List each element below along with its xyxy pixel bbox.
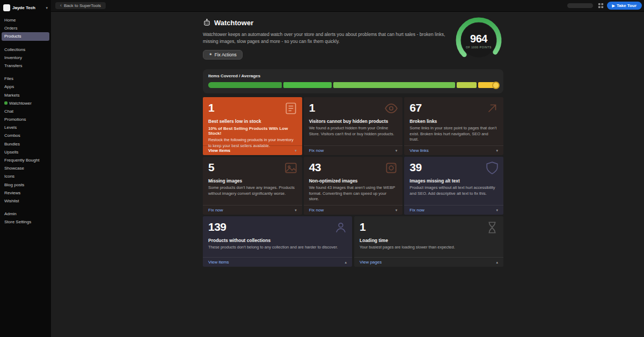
score-bar [208, 82, 498, 88]
issue-description: These products don't belong to any colle… [208, 245, 347, 251]
issue-card-footer: Fix now ▾ [304, 145, 403, 155]
issue-action-link[interactable]: Fix now [208, 208, 223, 213]
store-switcher[interactable]: Jayde Tech ▾ [0, 2, 51, 16]
issue-action-link[interactable]: View items [208, 148, 230, 153]
issue-card-footer: View pages ▴ [354, 257, 503, 267]
issue-action-link[interactable]: Fix now [309, 148, 324, 153]
issue-description: Your busiest pages are loading slower th… [360, 245, 498, 251]
sidebar-group-settings: Admin Store Settings [0, 210, 51, 226]
sidebar: Jayde Tech ▾ Home Orders Products Collec… [0, 0, 51, 337]
chevron-down-icon[interactable]: ▾ [295, 208, 297, 213]
sidebar-item-transfers[interactable]: Transfers [2, 62, 49, 70]
sidebar-item-showcase[interactable]: Showcase [2, 164, 49, 172]
sidebar-item-upsells[interactable]: Upsells [2, 148, 49, 156]
fix-actions-button[interactable]: ✶ Fix Actions [203, 50, 243, 60]
sidebar-item-chat[interactable]: Chat [2, 107, 49, 115]
issue-card-footer: View links ▾ [404, 145, 503, 155]
sidebar-group-catalog: Collections Inventory Transfers [0, 46, 51, 70]
issue-title: Best sellers low in stock [208, 119, 297, 124]
sidebar-item-admin[interactable]: Admin [2, 210, 49, 218]
chevron-down-icon[interactable]: ▾ [396, 149, 398, 153]
fix-actions-label: Fix Actions [215, 52, 237, 57]
score-bar-segment [208, 82, 282, 88]
issue-card-missing-alt-text[interactable]: 39 Images missing alt text Product image… [404, 157, 503, 215]
hourglass-icon [485, 221, 499, 235]
play-icon: ▶ [612, 4, 615, 8]
sidebar-group-main: Home Orders Products [0, 16, 51, 41]
issue-action-link[interactable]: Fix now [409, 208, 425, 213]
dashboard-header: Watchtower Watchtower keeps an automated… [203, 19, 503, 65]
issue-description: Some links in your store point to pages … [409, 126, 498, 143]
issue-count: 139 [208, 221, 347, 233]
sidebar-item-blog-posts[interactable]: Blog posts [2, 181, 49, 189]
score-bar-segment [457, 82, 477, 88]
sidebar-item-files[interactable]: Files [2, 75, 49, 83]
sidebar-item-frequently-bought[interactable]: Frequently Bought [2, 156, 49, 164]
issue-card-grid-bottom: 139 Products without collections These p… [203, 216, 503, 267]
topbar: ‹ Back to SuperTools ▶ Take Tour [51, 0, 644, 12]
issue-title: Non-optimized images [309, 178, 398, 184]
issue-card-footer: View items ▴ [203, 257, 352, 267]
sidebar-item-icons[interactable]: Icons [2, 172, 49, 180]
score-value: 964 [454, 33, 503, 45]
sidebar-item-collections[interactable]: Collections [2, 46, 49, 54]
issue-action-link[interactable]: Fix now [309, 208, 324, 213]
sidebar-group-tools: Files Apps Markets Watchtower Chat Promo… [0, 75, 51, 205]
sidebar-item-products[interactable]: Products [2, 32, 49, 40]
sidebar-item-orders[interactable]: Orders [2, 24, 49, 32]
issue-title: Loading time [360, 238, 498, 243]
sidebar-item-bundles[interactable]: Bundles [2, 140, 49, 148]
shield-icon [485, 161, 499, 175]
page-description: Watchtower keeps an automated watch over… [203, 31, 445, 45]
chevron-down-icon[interactable]: ▾ [396, 208, 398, 213]
apps-icon[interactable] [598, 3, 604, 9]
issue-description: We found a product hidden from your Onli… [309, 126, 398, 137]
issue-card-grid: 1 Best sellers low in stock 10% of Best … [203, 97, 503, 215]
issue-card-loading-time[interactable]: 1 Loading time Your busiest pages are lo… [354, 216, 503, 267]
issue-description: We found 43 images that aren't using the… [309, 185, 398, 202]
sidebar-item-promotions[interactable]: Promotions [2, 115, 49, 123]
sidebar-item-combos[interactable]: Combos [2, 131, 49, 140]
issue-action-link[interactable]: View items [208, 260, 229, 265]
issue-card-low-stock[interactable]: 1 Best sellers low in stock 10% of Best … [203, 97, 302, 155]
issue-card-unoptimized-images[interactable]: 43 Non-optimized images We found 43 imag… [304, 157, 403, 215]
robot-icon [203, 19, 211, 27]
sidebar-item-home[interactable]: Home [2, 16, 49, 24]
sidebar-item-inventory[interactable]: Inventory [2, 54, 49, 62]
score-caption: OF 1000 POINTS [454, 46, 503, 49]
chevron-down-icon[interactable]: ▾ [496, 208, 498, 213]
chevron-down-icon[interactable]: ▾ [496, 149, 498, 153]
issue-title: Visitors cannot buy hidden products [309, 119, 398, 124]
sidebar-item-store-settings[interactable]: Store Settings [2, 218, 49, 226]
score-bar-knob [492, 82, 500, 89]
issue-card-missing-images[interactable]: 5 Missing images Some products don't hav… [203, 157, 302, 215]
person-icon [334, 221, 348, 235]
sidebar-item-levels[interactable]: Levels [2, 123, 49, 131]
issue-action-link[interactable]: View links [409, 148, 428, 153]
back-arrow-icon: ‹ [60, 3, 62, 8]
chevron-up-icon[interactable]: ▴ [496, 260, 498, 265]
chevron-up-icon[interactable]: ▴ [345, 260, 347, 265]
issue-title: Images missing alt text [409, 178, 498, 184]
sidebar-item-watchtower[interactable]: Watchtower [2, 99, 49, 107]
link-arrow-icon [485, 101, 499, 115]
title-row: Watchtower [203, 19, 445, 27]
list-icon [284, 101, 298, 115]
issue-card-hidden-products[interactable]: 1 Visitors cannot buy hidden products We… [304, 97, 403, 155]
chevron-down-icon[interactable]: ▾ [295, 149, 297, 153]
issue-card-footer: Fix now ▾ [304, 205, 403, 215]
sidebar-item-wishlist[interactable]: Wishlist [2, 197, 49, 205]
image-icon [284, 161, 298, 175]
take-tour-button[interactable]: ▶ Take Tour [607, 2, 642, 10]
issue-card-broken-links[interactable]: 67 Broken links Some links in your store… [404, 97, 503, 155]
issue-action-link[interactable]: View pages [360, 260, 382, 265]
eye-icon [384, 101, 398, 115]
issue-card-no-collections[interactable]: 139 Products without collections These p… [203, 216, 352, 267]
sidebar-item-markets[interactable]: Markets [2, 91, 49, 99]
back-to-supertools-button[interactable]: ‹ Back to SuperTools [55, 2, 106, 9]
watchtower-app-icon [4, 101, 8, 105]
store-name: Jayde Tech [12, 5, 43, 10]
sidebar-item-apps[interactable]: Apps [2, 83, 49, 91]
sidebar-item-reviews[interactable]: Reviews [2, 189, 49, 197]
score-bar-segment [283, 82, 332, 88]
